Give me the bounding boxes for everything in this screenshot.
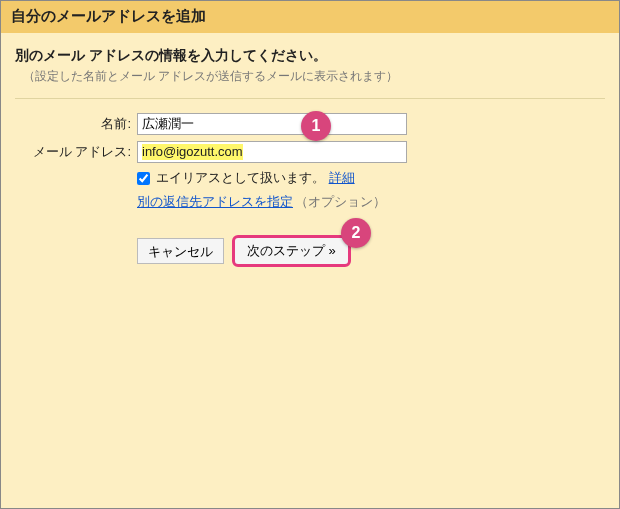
- alias-checkbox[interactable]: [137, 172, 150, 185]
- subheader: 別のメール アドレスの情報を入力してください。 （設定した名前とメール アドレス…: [1, 33, 619, 88]
- alias-row: エイリアスとして扱います。 詳細: [15, 169, 605, 187]
- name-label: 名前:: [15, 115, 137, 133]
- subheader-main: 別のメール アドレスの情報を入力してください。: [15, 47, 605, 65]
- email-label: メール アドレス:: [15, 143, 137, 161]
- alias-label: エイリアスとして扱います。: [156, 169, 325, 187]
- dialog-window: 自分のメールアドレスを追加 別のメール アドレスの情報を入力してください。 （設…: [0, 0, 620, 509]
- alias-detail-link[interactable]: 詳細: [329, 169, 355, 187]
- replyto-link[interactable]: 別の返信先アドレスを指定: [137, 193, 293, 211]
- email-row: メール アドレス: info@igozutt.com: [15, 141, 605, 163]
- replyto-optional: （オプション）: [295, 193, 386, 211]
- cancel-button[interactable]: キャンセル: [137, 238, 224, 264]
- subheader-note: （設定した名前とメール アドレスが送信するメールに表示されます）: [15, 69, 605, 84]
- callout-2: 2: [341, 218, 371, 248]
- dialog-title: 自分のメールアドレスを追加: [1, 1, 619, 33]
- email-value: info@igozutt.com: [142, 144, 243, 160]
- email-input[interactable]: info@igozutt.com: [137, 141, 407, 163]
- name-input[interactable]: [137, 113, 407, 135]
- callout-1: 1: [301, 111, 331, 141]
- next-step-button[interactable]: 次のステップ »: [232, 235, 351, 267]
- button-bar: キャンセル 次のステップ »: [15, 235, 605, 267]
- replyto-row: 別の返信先アドレスを指定 （オプション）: [15, 193, 605, 211]
